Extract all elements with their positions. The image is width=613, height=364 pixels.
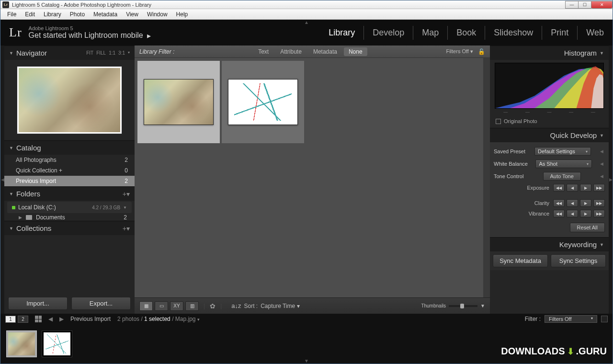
sort-value[interactable]: Capture Time ▾ xyxy=(261,303,299,309)
clarity-plus[interactable]: ▶ xyxy=(580,199,591,207)
filter-attribute[interactable]: Attribute xyxy=(275,47,306,56)
grid-view-icon[interactable] xyxy=(35,316,42,322)
identity-mobile-link[interactable]: Get started with Lightroom mobile xyxy=(29,31,143,40)
sync-metadata-button[interactable]: Sync Metadata xyxy=(493,254,548,267)
filter-text[interactable]: Text xyxy=(253,47,273,56)
saved-preset-select[interactable]: Default Settings▾ xyxy=(534,147,591,156)
exposure-plus-large[interactable]: ▶▶ xyxy=(593,184,605,192)
section-toggle-icon[interactable]: ◀ xyxy=(600,161,605,166)
add-collection-icon[interactable]: +▾ xyxy=(123,225,130,232)
view-compare-button[interactable]: XY xyxy=(170,301,183,311)
white-balance-select[interactable]: As Shot▾ xyxy=(535,159,592,168)
sort-direction-icon[interactable]: a↓z xyxy=(231,302,241,309)
module-book[interactable]: Book xyxy=(448,26,485,40)
clarity-plus-large[interactable]: ▶▶ xyxy=(593,199,605,207)
histogram-chart[interactable] xyxy=(495,63,604,109)
view-grid-button[interactable]: ▦ xyxy=(139,301,153,311)
monitor-2-button[interactable]: 2 xyxy=(18,316,28,323)
module-slideshow[interactable]: Slideshow xyxy=(485,26,542,40)
filter-metadata[interactable]: Metadata xyxy=(308,47,342,56)
sync-settings-button[interactable]: Sync Settings xyxy=(551,254,606,267)
grid-cell[interactable] xyxy=(137,61,220,143)
view-survey-button[interactable]: ▥ xyxy=(185,301,199,311)
section-toggle-icon[interactable]: ◀ xyxy=(600,149,605,154)
menu-photo[interactable]: Photo xyxy=(66,10,89,19)
vibrance-minus-large[interactable]: ◀◀ xyxy=(553,210,565,217)
add-folder-icon[interactable]: +▾ xyxy=(123,190,130,198)
catalog-all-photographs[interactable]: All Photographs2 xyxy=(4,155,135,165)
folders-header[interactable]: ▼Folders +▾ xyxy=(4,186,135,201)
vibrance-plus-large[interactable]: ▶▶ xyxy=(593,210,605,217)
filmstrip[interactable]: ▼ DOWNLOADS ⬇ .GURU xyxy=(0,324,613,364)
menu-window[interactable]: Window xyxy=(143,10,171,19)
auto-tone-button[interactable]: Auto Tone xyxy=(543,172,581,181)
nav-fill[interactable]: FILL xyxy=(96,50,106,56)
catalog-header[interactable]: ▼Catalog xyxy=(4,140,135,155)
folders-disk-row[interactable]: Local Disk (C:) 4.2 / 29.3 GB▼ xyxy=(7,202,132,213)
top-panel-toggle-icon[interactable]: ▲ xyxy=(304,20,309,25)
nav-1to1[interactable]: 1:1 xyxy=(109,50,115,56)
quick-develop-header[interactable]: Quick Develop▼ xyxy=(490,128,609,142)
nav-3to1[interactable]: 3:1 xyxy=(118,50,125,56)
menu-library[interactable]: Library xyxy=(40,10,65,19)
menu-file[interactable]: File xyxy=(3,10,20,19)
filters-off-dropdown[interactable]: Filters Off ▾ xyxy=(446,48,473,55)
vibrance-plus[interactable]: ▶ xyxy=(580,210,591,217)
filter-lock-toggle[interactable] xyxy=(601,316,608,322)
thumbnail-size-slider[interactable] xyxy=(449,305,477,307)
reset-all-button[interactable]: Reset All xyxy=(570,223,605,232)
catalog-quick-collection[interactable]: Quick Collection +0 xyxy=(4,165,135,176)
status-chevron-icon[interactable]: ▾ xyxy=(197,317,200,322)
minimize-button[interactable]: — xyxy=(565,1,579,9)
menu-edit[interactable]: Edit xyxy=(21,10,39,19)
clarity-minus-large[interactable]: ◀◀ xyxy=(553,199,565,207)
clarity-minus[interactable]: ◀ xyxy=(567,199,578,207)
filmstrip-thumb[interactable] xyxy=(42,330,72,357)
import-button[interactable]: Import... xyxy=(8,297,68,310)
left-panel-toggle[interactable]: ◀ xyxy=(0,46,4,314)
nav-ratio-chevron-icon[interactable]: ▾ xyxy=(128,50,130,56)
histogram-header[interactable]: Histogram▼ xyxy=(490,46,609,60)
export-button[interactable]: Export... xyxy=(71,297,131,310)
bottom-panel-toggle-icon[interactable]: ▼ xyxy=(304,358,309,364)
module-web[interactable]: Web xyxy=(578,26,604,40)
monitor-1-button[interactable]: 1 xyxy=(5,316,16,323)
toolbar-menu-icon[interactable]: ▼ xyxy=(480,303,485,308)
nav-fit[interactable]: FIT xyxy=(86,50,93,56)
folders-documents[interactable]: ▶Documents 2 xyxy=(4,214,135,221)
exposure-minus[interactable]: ◀ xyxy=(567,184,578,192)
close-button[interactable]: ✕ xyxy=(591,1,613,9)
maximize-button[interactable]: ☐ xyxy=(578,1,591,9)
view-loupe-button[interactable]: ▭ xyxy=(155,301,168,311)
status-source[interactable]: Previous Import xyxy=(70,316,111,322)
chevron-down-icon[interactable]: ▼ xyxy=(123,205,127,210)
navigator-preview[interactable] xyxy=(17,67,122,134)
filter-preset-select[interactable]: Filters Off▾ xyxy=(545,315,597,323)
module-library[interactable]: Library xyxy=(320,26,364,40)
section-toggle-icon[interactable]: ◀ xyxy=(600,174,605,179)
painter-icon[interactable]: ✿ xyxy=(210,302,216,310)
menu-view[interactable]: View xyxy=(122,10,142,19)
module-print[interactable]: Print xyxy=(542,26,578,40)
exposure-plus[interactable]: ▶ xyxy=(580,184,591,192)
navigator-header[interactable]: ▼Navigator FIT FILL 1:1 3:1 ▾ xyxy=(4,46,135,60)
keywording-header[interactable]: Keywording▼ xyxy=(490,237,609,251)
exposure-minus-large[interactable]: ◀◀ xyxy=(553,184,565,192)
grid-view[interactable] xyxy=(135,58,490,297)
lock-icon[interactable]: 🔓 xyxy=(478,48,485,55)
module-map[interactable]: Map xyxy=(413,26,448,40)
module-develop[interactable]: Develop xyxy=(364,26,413,40)
vibrance-minus[interactable]: ◀ xyxy=(567,210,578,217)
grid-scrollbar[interactable] xyxy=(483,58,490,297)
original-photo-checkbox[interactable] xyxy=(496,119,501,124)
menu-help[interactable]: Help xyxy=(172,10,192,19)
collections-header[interactable]: ▼Collections +▾ xyxy=(4,221,135,235)
menu-metadata[interactable]: Metadata xyxy=(90,10,121,19)
right-panel-toggle[interactable]: ▶ xyxy=(609,46,613,314)
nav-forward-icon[interactable]: ▶ xyxy=(59,316,64,322)
nav-back-icon[interactable]: ◀ xyxy=(48,316,53,322)
grid-cell[interactable] xyxy=(222,61,304,143)
catalog-previous-import[interactable]: Previous Import2 xyxy=(4,176,135,186)
filmstrip-thumb[interactable] xyxy=(6,330,37,357)
filter-none[interactable]: None xyxy=(344,47,367,56)
